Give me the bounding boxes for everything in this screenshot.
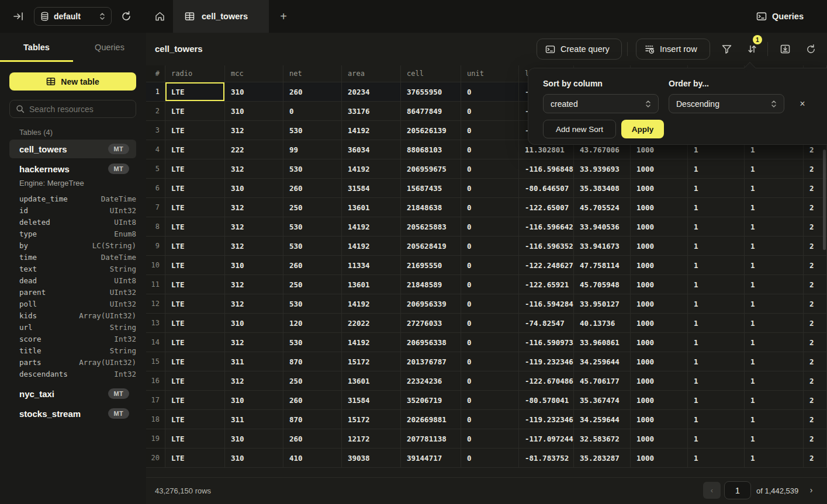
table-cell[interactable]: 13601 (342, 371, 401, 391)
table-cell[interactable]: 15172 (342, 410, 401, 429)
table-cell[interactable]: 870 (283, 410, 342, 429)
search-input[interactable] (29, 105, 117, 114)
table-cell[interactable]: 0 (461, 140, 519, 159)
table-cell[interactable]: 312 (225, 294, 283, 314)
sidebar-tab-queries[interactable]: Queries (73, 33, 146, 62)
table-cell[interactable]: 20234 (342, 82, 401, 102)
vertical-scrollbar[interactable] (823, 150, 826, 250)
table-cell[interactable]: 1 (688, 179, 745, 198)
column-header[interactable]: net (283, 65, 342, 82)
table-cell[interactable]: 530 (283, 237, 342, 256)
table-cell[interactable]: -122.65921 (519, 275, 574, 294)
table-cell[interactable]: 250 (283, 198, 342, 217)
table-cell[interactable]: 1000 (631, 449, 688, 468)
table-cell[interactable]: 205628419 (401, 237, 461, 256)
table-cell[interactable]: 1 (745, 159, 804, 179)
create-query-button[interactable]: Create query (537, 39, 622, 60)
table-cell[interactable]: LTE (165, 449, 225, 468)
table-cell[interactable]: 1000 (631, 198, 688, 217)
table-cell[interactable]: 2 (804, 314, 827, 333)
table-cell[interactable]: 0 (461, 179, 519, 198)
table-cell[interactable]: 312 (225, 121, 283, 140)
table-cell[interactable]: 47.758114 (574, 256, 631, 275)
table-cell[interactable]: 33.941673 (574, 237, 631, 256)
table-cell[interactable]: 0 (461, 314, 519, 333)
table-cell[interactable]: 1 (688, 294, 745, 314)
table-cell[interactable]: 1000 (631, 256, 688, 275)
table-cell[interactable]: 206956339 (401, 294, 461, 314)
table-cell[interactable]: 12172 (342, 429, 401, 449)
table-cell[interactable]: 310 (225, 256, 283, 275)
table-cell[interactable]: 37655950 (401, 82, 461, 102)
table-cell[interactable]: 1000 (631, 275, 688, 294)
table-cell[interactable]: 27276033 (401, 314, 461, 333)
table-cell[interactable]: 1 (688, 333, 745, 352)
sidebar-item-hackernews[interactable]: hackernews MT (9, 159, 136, 178)
table-cell[interactable]: 0 (461, 352, 519, 371)
table-cell[interactable]: 1000 (631, 371, 688, 391)
table-cell[interactable]: 2 (804, 410, 827, 429)
table-cell[interactable]: LTE (165, 314, 225, 333)
table-cell[interactable]: 0 (461, 294, 519, 314)
table-cell[interactable]: 1 (688, 217, 745, 237)
table-cell[interactable]: 0 (461, 256, 519, 275)
table-cell[interactable]: 312 (225, 237, 283, 256)
table-cell[interactable]: 410 (283, 449, 342, 468)
column-header[interactable]: unit (461, 65, 519, 82)
table-cell[interactable]: 1 (688, 256, 745, 275)
refresh-table-button[interactable] (803, 41, 818, 57)
new-table-button[interactable]: New table (9, 72, 136, 91)
table-cell[interactable]: 312 (225, 159, 283, 179)
table-cell[interactable]: 250 (283, 275, 342, 294)
table-cell[interactable]: LTE (165, 102, 225, 121)
table-cell[interactable]: 1 (688, 275, 745, 294)
table-cell[interactable]: 530 (283, 333, 342, 352)
table-cell[interactable]: 1000 (631, 352, 688, 371)
table-cell[interactable]: 0 (461, 217, 519, 237)
sidebar-item-stocks-stream[interactable]: stocks_stream MT (9, 404, 136, 423)
table-cell[interactable]: 34.259644 (574, 352, 631, 371)
table-cell[interactable]: LTE (165, 140, 225, 159)
table-cell[interactable]: 0 (461, 449, 519, 468)
table-cell[interactable]: 1 (745, 333, 804, 352)
table-cell[interactable]: 1 (688, 198, 745, 217)
table-cell[interactable]: 32.583672 (574, 429, 631, 449)
table-cell[interactable]: 0 (461, 275, 519, 294)
table-cell[interactable]: -81.783752 (519, 449, 574, 468)
table-cell[interactable]: -122.248627 (519, 256, 574, 275)
tab-home[interactable] (146, 0, 173, 33)
filter-button[interactable] (719, 41, 734, 57)
table-cell[interactable]: 312 (225, 275, 283, 294)
table-cell[interactable]: 13601 (342, 275, 401, 294)
table-cell[interactable]: 1 (745, 371, 804, 391)
table-cell[interactable]: LTE (165, 333, 225, 352)
table-cell[interactable]: 33176 (342, 102, 401, 121)
table-cell[interactable]: 1000 (631, 314, 688, 333)
table-cell[interactable]: 260 (283, 256, 342, 275)
table-cell[interactable]: -122.65007 (519, 198, 574, 217)
table-cell[interactable]: LTE (165, 217, 225, 237)
column-header[interactable]: mcc (225, 65, 283, 82)
table-cell[interactable]: 22022 (342, 314, 401, 333)
sidebar-tab-tables[interactable]: Tables (0, 33, 73, 62)
table-cell[interactable]: 0 (461, 371, 519, 391)
table-cell[interactable]: 88068103 (401, 140, 461, 159)
table-cell[interactable]: 1 (745, 237, 804, 256)
table-cell[interactable]: 45.705524 (574, 198, 631, 217)
table-cell[interactable]: 1000 (631, 179, 688, 198)
table-cell[interactable]: 0 (461, 410, 519, 429)
table-cell[interactable]: 310 (225, 314, 283, 333)
table-cell[interactable]: 11334 (342, 256, 401, 275)
table-cell[interactable]: 260 (283, 82, 342, 102)
table-cell[interactable]: 1 (688, 449, 745, 468)
table-cell[interactable]: 311 (225, 410, 283, 429)
table-cell[interactable]: 310 (225, 449, 283, 468)
table-cell[interactable]: 310 (225, 82, 283, 102)
table-cell[interactable]: 14192 (342, 121, 401, 140)
table-cell[interactable]: 311 (225, 352, 283, 371)
table-cell[interactable]: LTE (165, 352, 225, 371)
table-cell[interactable]: 2 (804, 333, 827, 352)
table-cell[interactable]: 21848589 (401, 275, 461, 294)
table-cell[interactable]: 35206719 (401, 391, 461, 410)
table-cell[interactable]: 86477849 (401, 102, 461, 121)
